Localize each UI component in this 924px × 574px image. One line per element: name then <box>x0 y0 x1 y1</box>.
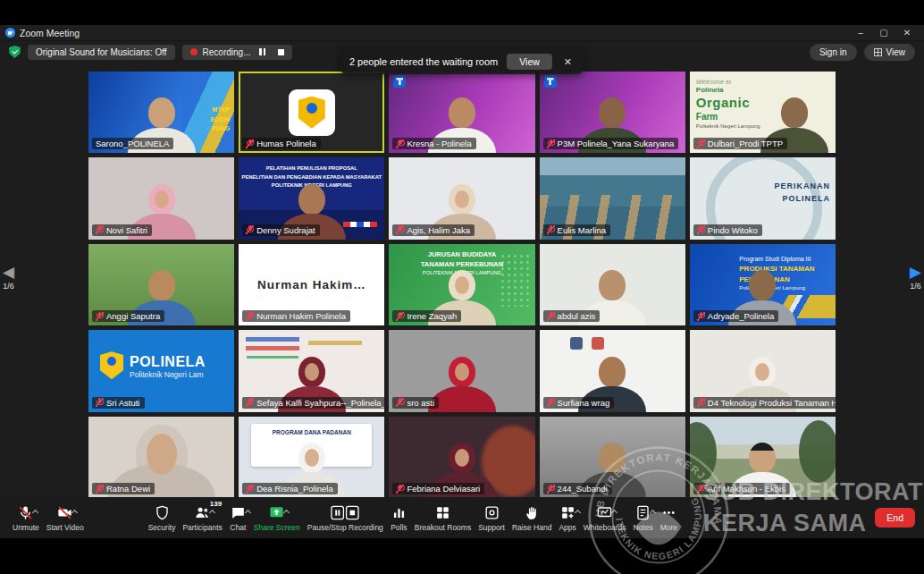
page-indicator: 1/6 <box>910 282 921 291</box>
unmute-button[interactable]: Unmute <box>9 501 43 535</box>
participant-tile[interactable]: Arif Makhsun - Ekbis <box>690 417 836 498</box>
participant-tile[interactable]: Agis, Halim Jaka <box>389 157 534 239</box>
end-meeting-button[interactable]: End <box>875 508 915 528</box>
tile-overlay-text: POLINELA Politeknik Negeri Lam <box>130 353 206 379</box>
share-options-caret-icon[interactable] <box>284 510 290 515</box>
participants-button[interactable]: 139 Participants <box>179 501 225 535</box>
notes-caret-icon[interactable] <box>651 510 656 515</box>
participant-name: Sefaya Kalfi Syahpura--_Polinela_Penelit… <box>242 397 384 409</box>
polinela-shield-logo <box>100 351 123 379</box>
participant-name: abdul azis <box>543 310 601 322</box>
recording-dot-icon <box>190 48 197 55</box>
mic-muted-icon <box>396 139 404 148</box>
share-screen-button[interactable]: Share Screen <box>250 501 304 535</box>
next-page-control[interactable]: ▶ 1/6 <box>910 265 921 291</box>
mic-muted-icon <box>396 398 404 407</box>
sign-in-button[interactable]: Sign in <box>810 44 857 61</box>
polls-icon <box>391 503 407 521</box>
maximize-button[interactable]: ▢ <box>872 26 895 40</box>
more-icon <box>660 503 677 521</box>
participant-tile[interactable]: 244_Subandi <box>540 417 685 498</box>
participant-tile[interactable]: MTKPEGERIPUNG Sarono_POLINELA <box>88 72 234 153</box>
pause-recording-button[interactable] <box>259 48 265 55</box>
page-indicator: 1/6 <box>3 282 14 291</box>
participant-tile[interactable]: D4 Teknologi Produksi Tanaman Hortikultu… <box>690 330 836 411</box>
participant-tile-active-speaker[interactable]: Humas Polinela <box>239 72 384 153</box>
raise-hand-button[interactable]: Raise Hand <box>508 501 555 535</box>
support-button[interactable]: Support <box>475 501 508 535</box>
previous-page-control[interactable]: ◀ 1/6 <box>3 265 14 291</box>
participant-tile[interactable]: Febriana Delviasari <box>389 417 534 498</box>
polls-button[interactable]: Polls <box>387 501 411 535</box>
more-button[interactable]: More <box>657 501 681 535</box>
participant-tile[interactable]: PROGRAM DANA PADANAN Dea Risnia_Polinela <box>239 417 384 498</box>
participant-name: D4 Teknologi Produksi Tanaman Hortikultu… <box>693 397 836 409</box>
participant-tile[interactable]: Welcome to Polinela Organic Farm Politek… <box>690 72 836 153</box>
participant-tile[interactable]: Sefaya Kalfi Syahpura--_Polinela_Penelit… <box>239 330 384 411</box>
original-sound-toggle[interactable]: Original Sound for Musicians: Off <box>28 45 175 60</box>
mic-muted-icon <box>697 139 705 148</box>
zoom-app-icon <box>5 28 15 38</box>
audio-options-caret-icon[interactable] <box>33 510 38 515</box>
view-button[interactable]: View <box>864 44 916 61</box>
participant-tile[interactable]: PELATIHAN PENULISAN PROPOSALPENELITIAN D… <box>239 157 384 239</box>
mic-muted-icon <box>246 312 254 321</box>
participant-tile[interactable]: Surfiana wrag <box>540 330 685 411</box>
video-options-caret-icon[interactable] <box>72 510 78 515</box>
participant-name: Febriana Delviasari <box>392 483 484 494</box>
participants-count-badge: 139 <box>210 500 222 508</box>
participant-tile[interactable]: Program Studi Diploma III PRODUKSI TANAM… <box>690 244 836 325</box>
tile-overlay-text: MTKPEGERIPUNG <box>210 106 230 134</box>
whiteboards-button[interactable]: Whiteboards <box>580 501 630 535</box>
mic-muted-icon <box>547 225 555 234</box>
mic-muted-icon <box>246 398 254 407</box>
mic-muted-icon <box>96 225 104 234</box>
mic-muted-icon <box>547 398 555 407</box>
participant-tile[interactable]: JURUSAN BUDIDAYA TANAMAN PERKEBUNAN POLI… <box>389 244 534 325</box>
start-video-button[interactable]: Start Video <box>43 501 88 535</box>
participants-caret-icon[interactable] <box>210 510 215 515</box>
minimize-button[interactable]: – <box>849 26 872 40</box>
mic-muted-icon <box>96 485 104 494</box>
participant-name: Eulis Marlina <box>543 224 610 236</box>
stop-recording-button[interactable] <box>278 49 284 55</box>
previous-page-arrow-icon[interactable]: ◀ <box>3 265 14 280</box>
participant-tile[interactable]: Ratna Dewi <box>88 417 234 498</box>
toast-view-button[interactable]: View <box>507 54 552 70</box>
corner-logo-icon <box>544 75 557 88</box>
video-off-icon <box>56 503 73 521</box>
chat-button[interactable]: Chat <box>226 501 250 535</box>
participant-tile[interactable]: POLINELA Politeknik Negeri Lam Sri Astut… <box>88 330 234 411</box>
participant-tile[interactable]: abdul azis <box>540 244 685 325</box>
breakout-rooms-button[interactable]: Breakout Rooms <box>411 501 475 535</box>
gallery-view-icon <box>874 48 882 56</box>
next-page-arrow-icon[interactable]: ▶ <box>910 265 921 280</box>
participant-name: 244_Subandi <box>543 483 612 494</box>
share-screen-icon <box>268 503 285 521</box>
recording-label: Recording... <box>203 47 251 57</box>
whiteboards-caret-icon[interactable] <box>612 510 617 515</box>
mic-muted-icon <box>96 398 104 407</box>
participant-name: Anggi Saputra <box>92 310 164 322</box>
toast-close-icon[interactable]: ✕ <box>561 56 575 68</box>
pause-stop-recording-button[interactable]: Pause/Stop Recording <box>304 501 387 535</box>
participant-name: sro asti <box>392 397 439 409</box>
toast-message: 2 people entered the waiting room <box>349 56 498 67</box>
participant-tile[interactable]: P3M Polinela_Yana Sukaryana <box>540 72 685 153</box>
participant-tile[interactable]: Anggi Saputra <box>88 244 234 325</box>
tile-overlay-text: PROGRAM DANA PADANAN <box>239 429 384 435</box>
window-title: Zoom Meeting <box>20 28 80 38</box>
participant-tile[interactable]: PERIKANANPOLINELA Pindo Witoko <box>690 157 836 239</box>
participant-tile[interactable]: Nurman Hakim… Nurman Hakim Polinela <box>239 244 384 325</box>
title-bar: Zoom Meeting – ▢ ✕ <box>0 25 924 41</box>
notes-button[interactable]: Notes <box>629 501 656 535</box>
close-button[interactable]: ✕ <box>895 26 919 40</box>
participant-tile[interactable]: sro asti <box>389 330 534 411</box>
participant-tile[interactable]: Novi Safitri <box>88 157 234 239</box>
participant-tile[interactable]: Eulis Marlina <box>540 157 685 239</box>
participant-tile[interactable]: Kresna - Polinela <box>389 72 534 153</box>
participant-name: Kresna - Polinela <box>392 138 475 149</box>
screen-top-margin <box>0 0 924 25</box>
apps-button[interactable]: Apps <box>555 501 579 535</box>
security-button[interactable]: Security <box>145 501 180 535</box>
